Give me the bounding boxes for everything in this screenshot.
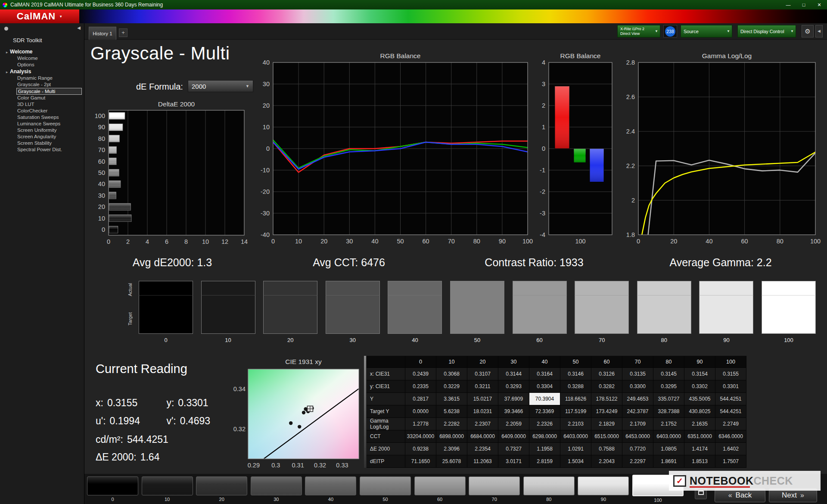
- sidebar-item-screen-angularity[interactable]: Screen Angularity: [0, 134, 84, 140]
- level-button-30[interactable]: 30: [251, 476, 302, 502]
- patch-count-badge[interactable]: 238: [663, 25, 677, 37]
- table-cell: 2.2043: [591, 455, 622, 468]
- swatch-level-label: 80: [637, 337, 691, 343]
- stat-avg-de2000: Avg dE2000: 1.3: [133, 256, 212, 269]
- sidebar-item-spectral-power-dist[interactable]: Spectral Power Dist.: [0, 146, 84, 153]
- tick-label: 100: [522, 238, 533, 245]
- swatch-actual: [637, 281, 691, 295]
- row-label: Target Y: [367, 405, 405, 418]
- tree-expand-icon: ▸: [6, 50, 8, 54]
- right-panel-collapse-button[interactable]: ◀: [815, 25, 823, 37]
- de-formula-select[interactable]: 2000 ▼: [188, 80, 253, 92]
- table-cell: 0.3293: [498, 380, 529, 393]
- sidebar-item-luminance-sweeps[interactable]: Luminance Sweeps: [0, 121, 84, 127]
- sidebar-section-welcome[interactable]: ▸Welcome: [0, 48, 84, 55]
- sidebar-item-dynamic-range[interactable]: Dynamic Range: [0, 75, 84, 81]
- current-reading-uv: u':0.1994 v':0.4693: [96, 415, 234, 427]
- level-button-70[interactable]: 70: [469, 476, 520, 502]
- tick-label: 30: [263, 81, 270, 87]
- tab-history-1[interactable]: History 1: [89, 27, 116, 40]
- close-button[interactable]: ✕: [811, 0, 827, 9]
- calman-logo-menu[interactable]: CalMAN ▼: [0, 9, 79, 23]
- display-control-dropdown[interactable]: Direct Display Control ▼: [737, 25, 796, 37]
- table-cell: 2.3096: [436, 443, 467, 455]
- level-swatch: [360, 476, 411, 495]
- tick-label: 20: [320, 238, 327, 245]
- tick-label: -1: [540, 167, 545, 174]
- sidebar-item-color-gamut[interactable]: Color Gamut: [0, 95, 84, 101]
- tick-label: -10: [261, 167, 270, 174]
- tick-label: 50: [397, 238, 404, 245]
- swatch-level-label: 10: [201, 337, 255, 343]
- sidebar-section-analysis[interactable]: ▸Analysis: [0, 68, 84, 75]
- watermark-text-notebook: NOTEBOOK: [690, 475, 753, 487]
- tick-label: 0: [107, 238, 110, 245]
- level-label: 50: [360, 497, 411, 502]
- sidebar-item-grayscale-multi[interactable]: Grayscale - Multi: [16, 88, 82, 95]
- table-col-header-0: 0: [405, 356, 436, 368]
- table-cell: 1.5034: [560, 455, 591, 468]
- sidebar-item-screen-stability[interactable]: Screen Stability: [0, 140, 84, 146]
- table-col-header-10: 10: [436, 356, 467, 368]
- badge-count: 238: [665, 26, 675, 37]
- meter-dropdown[interactable]: X-Rite i1Pro 2 Direct View ▼: [617, 25, 660, 37]
- table-cell: 3.0171: [498, 455, 529, 468]
- tick-label: 20: [263, 102, 270, 109]
- brand-bar: CalMAN ▼: [0, 9, 827, 23]
- sidebar-item-welcome[interactable]: Welcome: [0, 55, 84, 62]
- grayscale-swatch-40: 40: [388, 281, 442, 343]
- level-button-10[interactable]: 10: [142, 476, 193, 502]
- table-cell: 2.2307: [467, 418, 498, 430]
- table-cell: 0.3146: [560, 368, 591, 380]
- table-col-header-60: 60: [591, 356, 622, 368]
- add-tab-button[interactable]: +: [119, 28, 127, 37]
- level-label: 80: [523, 497, 575, 502]
- settings-gear-button[interactable]: ⚙: [802, 25, 814, 37]
- table-cell: 2.1829: [591, 418, 622, 430]
- sidebar-item-grayscale-2pt[interactable]: Grayscale - 2pt: [0, 81, 84, 88]
- table-cell: 2.1635: [684, 418, 715, 430]
- sidebar-item-saturation-sweeps[interactable]: Saturation Sweeps: [0, 114, 84, 121]
- swatch-actual: [326, 281, 380, 295]
- minimize-button[interactable]: —: [780, 0, 796, 9]
- tick-label: 0: [271, 238, 275, 245]
- level-button-80[interactable]: 80: [523, 476, 575, 502]
- level-button-0[interactable]: 0: [87, 476, 138, 502]
- swatch-actual: [139, 281, 193, 295]
- level-label: 60: [414, 497, 466, 502]
- gamma-loglog-chart: Gamma Log/Log2.82.62.42.221.802040608010…: [624, 52, 827, 252]
- level-button-20[interactable]: 20: [196, 476, 247, 502]
- watermark-red-line: [690, 486, 750, 488]
- table-header-row: 0102030405060708090100: [367, 356, 746, 368]
- tick-label: 10: [295, 238, 302, 245]
- level-button-90[interactable]: 90: [578, 476, 629, 502]
- sidebar-item-3d-lut[interactable]: 3D LUT: [0, 101, 84, 108]
- sidebar-item-colorchecker[interactable]: ColorChecker: [0, 108, 84, 114]
- table-cell: 0.3301: [715, 380, 746, 393]
- table-cell: 72.3369: [529, 405, 560, 418]
- table-cell: 1.4174: [684, 443, 715, 455]
- next-label: Next: [782, 491, 797, 500]
- tick-label: 100: [95, 112, 105, 119]
- rgb-bar-svg: RGB Balance43210-1-2-3-4100: [534, 52, 621, 252]
- tick-label: 0.32: [233, 426, 246, 432]
- tick-label: 60: [741, 238, 748, 245]
- sidebar-collapse-icon[interactable]: ◀: [77, 25, 81, 30]
- source-dropdown[interactable]: Source ▼: [681, 25, 732, 37]
- table-cell: 6453.0000: [622, 430, 653, 443]
- table-row-6: ΔE 20000.92382.30962.23540.73271.19581.0…: [367, 443, 746, 455]
- table-cell: 3.3615: [436, 393, 467, 405]
- swatch-level-label: 50: [450, 337, 504, 343]
- table-cell: 0.7720: [622, 443, 653, 455]
- level-button-40[interactable]: 40: [305, 476, 356, 502]
- table-col-header-90: 90: [684, 356, 715, 368]
- swatch-level-label: 40: [388, 337, 442, 343]
- level-button-60[interactable]: 60: [414, 476, 466, 502]
- sidebar-item-screen-uniformity[interactable]: Screen Uniformity: [0, 127, 84, 134]
- sidebar-item-options[interactable]: Options: [0, 62, 84, 68]
- tick-label: 2.8: [626, 59, 635, 66]
- maximize-button[interactable]: □: [796, 0, 811, 9]
- row-label: x: CIE31: [367, 368, 405, 380]
- level-button-50[interactable]: 50: [360, 476, 411, 502]
- tick-label: RGB Balance: [380, 52, 421, 59]
